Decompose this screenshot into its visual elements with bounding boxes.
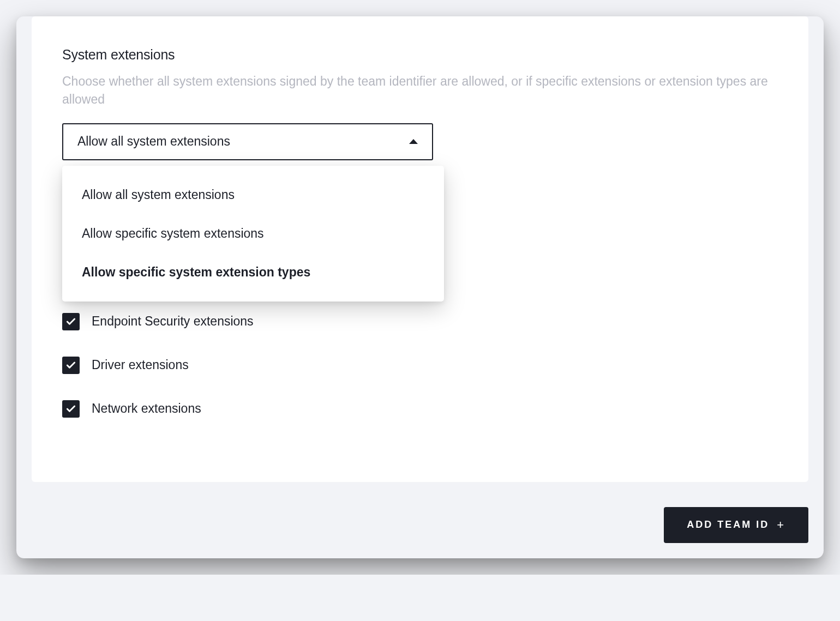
select-option-allow-all[interactable]: Allow all system extensions xyxy=(62,176,444,214)
section-description: Choose whether all system extensions sig… xyxy=(62,73,778,109)
checkbox-endpoint-security[interactable] xyxy=(62,313,80,330)
checkbox-row-network: Network extensions xyxy=(62,400,778,418)
extension-type-checkboxes: Endpoint Security extensions Driver exte… xyxy=(62,313,778,418)
checkbox-row-endpoint-security: Endpoint Security extensions xyxy=(62,313,778,330)
section-title: System extensions xyxy=(62,47,778,63)
checkbox-network[interactable] xyxy=(62,400,80,418)
settings-panel: System extensions Choose whether all sys… xyxy=(16,16,824,558)
select-dropdown: Allow all system extensions Allow specif… xyxy=(62,166,444,302)
caret-up-icon xyxy=(409,139,418,144)
check-icon xyxy=(65,403,76,414)
add-button-label: ADD TEAM ID xyxy=(687,519,769,530)
select-option-allow-specific-types[interactable]: Allow specific system extension types xyxy=(62,253,444,292)
checkbox-label: Network extensions xyxy=(92,401,201,416)
checkbox-row-driver: Driver extensions xyxy=(62,357,778,374)
system-extensions-card: System extensions Choose whether all sys… xyxy=(32,16,808,482)
check-icon xyxy=(65,316,76,327)
add-team-id-button[interactable]: ADD TEAM ID + xyxy=(664,507,808,543)
panel-footer: ADD TEAM ID + xyxy=(16,497,824,558)
checkbox-driver[interactable] xyxy=(62,357,80,374)
checkbox-label: Driver extensions xyxy=(92,358,189,372)
extension-allow-mode-select: Allow all system extensions Allow all sy… xyxy=(62,123,433,160)
select-option-allow-specific[interactable]: Allow specific system extensions xyxy=(62,214,444,253)
select-value: Allow all system extensions xyxy=(77,134,230,149)
select-control[interactable]: Allow all system extensions xyxy=(62,123,433,160)
check-icon xyxy=(65,360,76,371)
plus-icon: + xyxy=(777,519,785,531)
checkbox-label: Endpoint Security extensions xyxy=(92,314,254,329)
